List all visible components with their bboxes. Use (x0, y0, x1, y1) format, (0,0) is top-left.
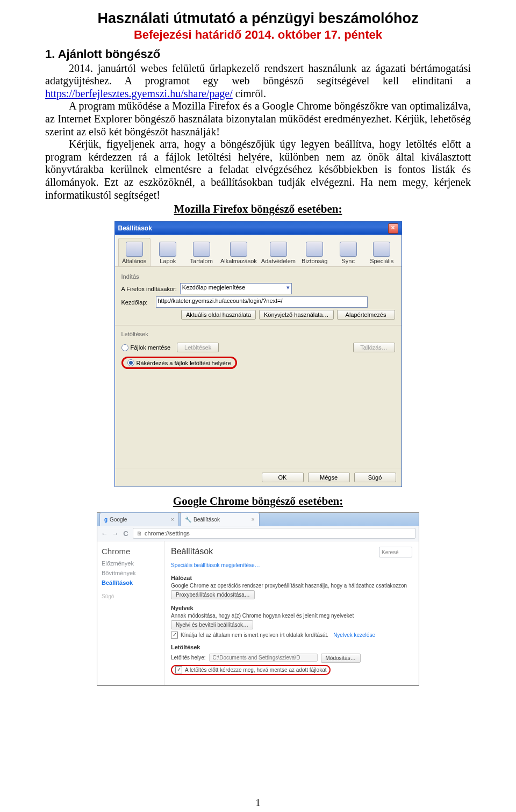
privacy-icon (270, 242, 287, 257)
tab-specialis[interactable]: Speciális (366, 238, 398, 266)
chrome-heading: Google Chrome böngésző esetében: (45, 495, 471, 508)
tab-label: Biztonság (302, 258, 327, 264)
section-heading-1: 1. Ajánlott böngésző (45, 47, 471, 61)
para1b: címről. (233, 88, 266, 99)
reload-icon[interactable]: C (122, 530, 130, 537)
btn-modositas[interactable]: Módosítás… (321, 654, 361, 663)
ok-button[interactable]: OK (262, 473, 304, 482)
firefox-titlebar[interactable]: Beállítások × (115, 222, 402, 235)
omnibox-url: chrome://settings (145, 530, 190, 536)
chrome-settings-window: g Google × 🔧 Beállítások × ← → C 🗎 chrom… (97, 512, 419, 686)
app-url-link[interactable]: https://berfejlesztes.gyemszi.hu/share/p… (45, 88, 233, 99)
omnibox[interactable]: 🗎 chrome://settings (133, 528, 415, 539)
select-inditaskor[interactable]: Kezdőlap megjelenítése (180, 283, 292, 294)
input-kezdolap[interactable]: http://kateter.gyemszi.hu/accounts/login… (156, 296, 368, 308)
btn-tallozas: Tallózás… (353, 343, 395, 352)
body-paragraphs: 2014. januártól webes felületű űrlapkeze… (45, 62, 471, 202)
tab-label: Speciális (370, 258, 393, 264)
tab-sync[interactable]: Sync (332, 238, 364, 266)
chrome-tab-google[interactable]: g Google × (99, 512, 179, 526)
tab-biztonsag[interactable]: Biztonság (298, 238, 331, 266)
chrome-sidebar: Chrome Előzmények Bővítmények Beállításo… (97, 541, 164, 685)
close-icon[interactable]: × (171, 516, 174, 523)
para3: Kérjük, figyeljenek arra, hogy a böngész… (45, 138, 471, 200)
sync-icon (340, 242, 357, 257)
page-number: 1 (0, 798, 516, 809)
chrome-main: Keresé Beállítások Speciális beállítások… (164, 541, 419, 685)
firefox-settings-dialog: Beállítások × Általános Lapok Tartalom A… (114, 221, 402, 487)
wrench-icon: 🔧 (185, 517, 191, 523)
google-icon: g (104, 517, 108, 523)
radio-icon (127, 359, 134, 366)
radio-rakerdezes[interactable]: Rákérdezés a fájlok letöltési helyére (121, 357, 237, 369)
sidebar-item-elozmenyek[interactable]: Előzmények (102, 560, 160, 567)
sidebar-item-beallitasok[interactable]: Beállítások (102, 579, 160, 586)
tab-label: Általános (122, 258, 146, 264)
label-letoltes-helye: Letöltés helye: (171, 655, 206, 661)
firefox-panel: Indítás A Firefox indításakor: Kezdőlap … (115, 267, 402, 468)
para1a: 2014. januártól webes felületű űrlapkeze… (45, 62, 471, 87)
btn-alapertelmezes[interactable]: Alapértelmezés (337, 310, 395, 320)
radio-icon (121, 344, 128, 351)
back-icon[interactable]: ← (101, 530, 108, 537)
btn-aktualis-oldal[interactable]: Aktuális oldal használata (181, 310, 256, 320)
firefox-footer: OK Mégse Súgó (115, 468, 402, 487)
cancel-button[interactable]: Mégse (308, 473, 350, 482)
sidebar-title: Chrome (102, 547, 160, 556)
apps-icon (230, 242, 247, 257)
firefox-title: Beállítások (118, 224, 152, 232)
tabs-icon (159, 242, 176, 257)
label-kezdolap: Kezdőlap: (121, 299, 153, 306)
tab-altalanos[interactable]: Általános (118, 238, 150, 266)
content-icon (193, 242, 210, 257)
advanced-icon (373, 242, 390, 257)
radio-label: Fájlok mentése (131, 344, 171, 351)
page-icon: 🗎 (137, 530, 142, 536)
section-title: Nyelvek (171, 605, 412, 611)
tab-label: Sync (342, 258, 355, 264)
group-inditas: Indítás (121, 273, 395, 280)
page-subtitle: Befejezési határidő 2014. október 17. pé… (45, 28, 471, 42)
tab-label: Tartalom (190, 258, 213, 264)
settings-search[interactable]: Keresé (379, 547, 412, 557)
input-letoltes-helye[interactable]: C:\Documents and Settings\szieva\D (209, 654, 318, 662)
close-icon[interactable]: × (252, 516, 255, 523)
btn-letoltesek-disabled: Letöltések (177, 343, 219, 352)
tab-label: Adatvédelem (261, 258, 296, 264)
section-halozat: Hálózat Google Chrome az operációs rends… (171, 575, 412, 599)
checkbox-icon: ✓ (175, 666, 182, 673)
forward-icon[interactable]: → (111, 530, 119, 537)
sidebar-item-bovitmenyek[interactable]: Bővítmények (102, 570, 160, 576)
check-forditas[interactable]: ✓ Kínálja fel az általam nem ismert nyel… (171, 632, 412, 639)
checkbox-icon: ✓ (171, 632, 178, 639)
close-icon[interactable]: × (388, 223, 398, 234)
security-icon (306, 242, 323, 257)
main-title: Beállítások (171, 547, 412, 556)
firefox-heading: Mozilla Firefox böngésző esetében: (45, 202, 471, 216)
btn-konyvjelzo[interactable]: Könyvjelző használata… (259, 310, 333, 320)
radio-label: Rákérdezés a fájlok letöltési helyére (137, 360, 231, 366)
chrome-tab-beallitasok[interactable]: 🔧 Beállítások × (180, 512, 260, 526)
tab-adatvedelem[interactable]: Adatvédelem (260, 238, 297, 266)
para2: A program működése a Mozilla Firefox és … (45, 100, 471, 137)
check-kerdezze-letoltes[interactable]: ✓ A letöltés előtt kérdezze meg, hová me… (171, 665, 331, 675)
tab-label: Beállítások (194, 517, 220, 523)
label-inditaskor: A Firefox indításakor: (121, 286, 177, 292)
link-specialis-beallitasok[interactable]: Speciális beállítások megjelenítése… (171, 562, 260, 568)
section-title: Hálózat (171, 575, 412, 581)
check-label: A letöltés előtt kérdezze meg, hová ment… (185, 667, 326, 673)
help-button[interactable]: Súgó (354, 473, 396, 482)
radio-fajlok-mentese[interactable]: Fájlok mentése Letöltések (121, 343, 219, 352)
tab-label: Lapok (160, 258, 176, 264)
link-nyelvek-kezelese[interactable]: Nyelvek kezelése (333, 632, 375, 638)
section-text: Annak módosítása, hogy a(z) Chrome hogya… (171, 613, 412, 619)
btn-proxy[interactable]: Proxybeállítások módosítása… (171, 590, 255, 599)
group-letoltesek: Letöltések (121, 331, 395, 337)
btn-nyelvi-beallitasok[interactable]: Nyelvi és beviteli beállítások… (171, 620, 253, 629)
section-text: Google Chrome az operációs rendszer prox… (171, 583, 412, 589)
tab-label: Google (110, 517, 127, 523)
tab-alkalmazasok[interactable]: Alkalmazások (219, 238, 259, 266)
sidebar-item-sugo[interactable]: Súgó (102, 593, 160, 599)
tab-lapok[interactable]: Lapok (152, 238, 184, 266)
tab-tartalom[interactable]: Tartalom (185, 238, 217, 266)
